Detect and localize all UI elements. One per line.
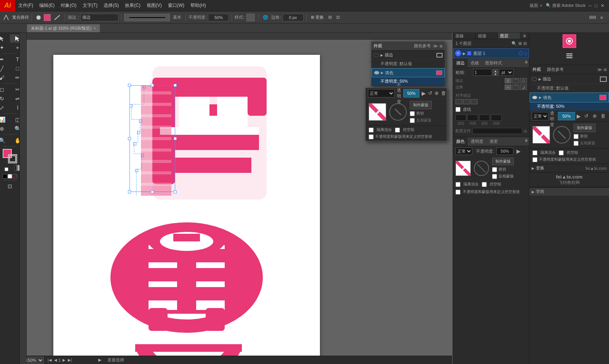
- reflect-tool[interactable]: ⇌: [10, 94, 20, 103]
- gradient-swatch[interactable]: [14, 165, 20, 171]
- direct-selection-tool[interactable]: [10, 34, 20, 43]
- weight-up[interactable]: ▲: [493, 69, 498, 72]
- dash-val-3[interactable]: [479, 115, 490, 121]
- lasso-tool[interactable]: ⌖: [10, 43, 20, 52]
- color-mode-select[interactable]: 正常: [456, 147, 472, 155]
- layer-icon[interactable]: [563, 49, 576, 62]
- float-expand-stroke[interactable]: ▶: [380, 53, 383, 57]
- window-close[interactable]: ✕: [601, 3, 604, 8]
- fr-isolate-chk[interactable]: [532, 150, 537, 155]
- brush-tool[interactable]: 🖌: [0, 73, 10, 82]
- cap-butt[interactable]: |: [505, 78, 511, 83]
- magic-wand-tool[interactable]: ✦: [0, 43, 10, 52]
- ap-eye-stroke[interactable]: [532, 77, 537, 81]
- menu-help[interactable]: 帮助(H): [187, 0, 209, 11]
- corner-input[interactable]: 0 px: [283, 14, 304, 21]
- float-fill-swatch[interactable]: [436, 70, 442, 75]
- menu-view[interactable]: 视图(V): [144, 0, 165, 11]
- align-center[interactable]: [456, 99, 462, 104]
- float-eye-stroke[interactable]: [374, 53, 379, 57]
- tab-swatches[interactable]: 色板: [468, 59, 482, 67]
- pen-tool[interactable]: ✒: [0, 55, 10, 64]
- tp-arrow-btn[interactable]: ▶: [422, 90, 426, 96]
- menu-edit[interactable]: 编辑(E): [36, 0, 58, 11]
- profile-icon[interactable]: ⊟: [524, 129, 527, 133]
- fr-define-chk[interactable]: [532, 157, 537, 162]
- cap-square[interactable]: □: [520, 78, 527, 83]
- layer-target-icon[interactable]: [519, 51, 523, 55]
- layers-label[interactable]: 图层: [500, 33, 508, 39]
- float-fill-row[interactable]: ▶ 填色: [371, 68, 445, 77]
- tp-opacity-input[interactable]: [403, 89, 419, 97]
- scale-tool[interactable]: ⤢: [0, 104, 10, 112]
- knockout-checkbox[interactable]: [482, 182, 487, 187]
- handle-bl[interactable]: [128, 190, 131, 193]
- float-menu-icon[interactable]: ≡: [440, 43, 443, 49]
- search-adobe-stock[interactable]: 🔍 搜索 Adobe Stock: [546, 3, 586, 8]
- corner-round[interactable]: ⌒: [512, 85, 519, 90]
- expand-icon[interactable]: ≫: [597, 67, 602, 72]
- fill-color-swatch[interactable]: [44, 14, 51, 21]
- tab-stroke[interactable]: 描边: [453, 59, 468, 67]
- tp-make-mask-btn[interactable]: 制作蒙版: [410, 101, 432, 109]
- handle-br[interactable]: [174, 190, 177, 193]
- fr-clip-checkbox[interactable]: [574, 134, 579, 139]
- shape-tool[interactable]: □: [10, 64, 20, 73]
- add-layer-icon[interactable]: ⊞: [518, 41, 522, 46]
- dash-checkbox[interactable]: [456, 107, 460, 112]
- shape-circle-btn[interactable]: ⬤: [35, 13, 42, 22]
- tp-reset-btn[interactable]: ↺: [428, 89, 432, 97]
- handle-mr[interactable]: [174, 137, 177, 140]
- tp-invert-chk[interactable]: [410, 118, 415, 123]
- canvas-viewport[interactable]: [27, 40, 452, 356]
- menu-window[interactable]: 窗口(W): [165, 0, 187, 11]
- float-expand-fill[interactable]: ▶: [381, 71, 384, 75]
- eyedropper-tool[interactable]: 🔍: [10, 125, 20, 133]
- ap-fill-row[interactable]: ▶ 填色: [529, 93, 609, 102]
- pathfinder-btn[interactable]: ⊡: [335, 13, 341, 22]
- menu-text[interactable]: 文字(T): [80, 0, 101, 11]
- weight-unit[interactable]: pt px: [499, 69, 513, 76]
- ap-expand-fill[interactable]: ▶: [539, 96, 542, 99]
- panel-menu-icon[interactable]: ≡: [604, 67, 607, 73]
- doc-tab-active[interactable]: 未标题-1.ai @ 150% (RGB/预览) ×: [27, 24, 100, 32]
- inline-mode-select[interactable]: 正常: [532, 112, 548, 120]
- inline-delete-btn[interactable]: 🗑: [599, 112, 607, 120]
- tp-del-btn[interactable]: 🗑: [441, 89, 446, 97]
- tp-copy-btn[interactable]: ⊕: [435, 89, 439, 97]
- menu-file[interactable]: 文件(F): [15, 0, 36, 11]
- clip-checkbox[interactable]: [492, 167, 497, 172]
- next-page-btn[interactable]: ▶: [62, 358, 66, 362]
- none-color[interactable]: ■: [0, 165, 14, 173]
- arrange-btn[interactable]: ⊟⊟: [588, 13, 598, 22]
- zoom-tool[interactable]: 🔍: [0, 136, 10, 145]
- appearance-tab[interactable]: 外观: [529, 65, 544, 74]
- stroke-dropdown[interactable]: 描边: [80, 14, 118, 21]
- scissors-tool[interactable]: ✂: [10, 85, 20, 94]
- line-tool[interactable]: ╱: [0, 64, 10, 73]
- color-ref-tab[interactable]: 颜色参考: [544, 65, 567, 74]
- float-expand-icon[interactable]: ≫: [433, 43, 438, 49]
- inline-opacity-arrow[interactable]: ▶: [577, 113, 581, 119]
- white-swatch[interactable]: [8, 174, 12, 179]
- tab-graphic-styles[interactable]: 图形样式: [482, 59, 505, 67]
- last-page-btn[interactable]: ▶|: [67, 358, 73, 362]
- ap-fill-swatch[interactable]: [599, 95, 606, 100]
- layers-menu-icon[interactable]: ≡: [523, 33, 526, 39]
- first-page-btn[interactable]: |◀: [47, 358, 53, 362]
- align-inside[interactable]: [463, 99, 470, 104]
- tp-ko-chk[interactable]: [395, 128, 400, 133]
- align-btn[interactable]: ⊟: [327, 13, 333, 22]
- stroke-indicator[interactable]: [52, 13, 62, 22]
- stroke-swatch[interactable]: [8, 154, 17, 163]
- menu-select[interactable]: 选择(S): [101, 0, 122, 11]
- corner-miter[interactable]: ⌐: [505, 85, 511, 90]
- handle-bm[interactable]: [151, 190, 154, 193]
- cap-round[interactable]: ⌒: [512, 78, 519, 83]
- handle-tr[interactable]: [174, 84, 177, 87]
- selection-tool[interactable]: [0, 34, 10, 43]
- tp-clip-chk[interactable]: [410, 111, 415, 116]
- inline-reset-btn[interactable]: ↺: [582, 112, 590, 120]
- warp-tool[interactable]: ⌇: [10, 104, 20, 112]
- search-layer-icon[interactable]: 🔍: [511, 41, 517, 46]
